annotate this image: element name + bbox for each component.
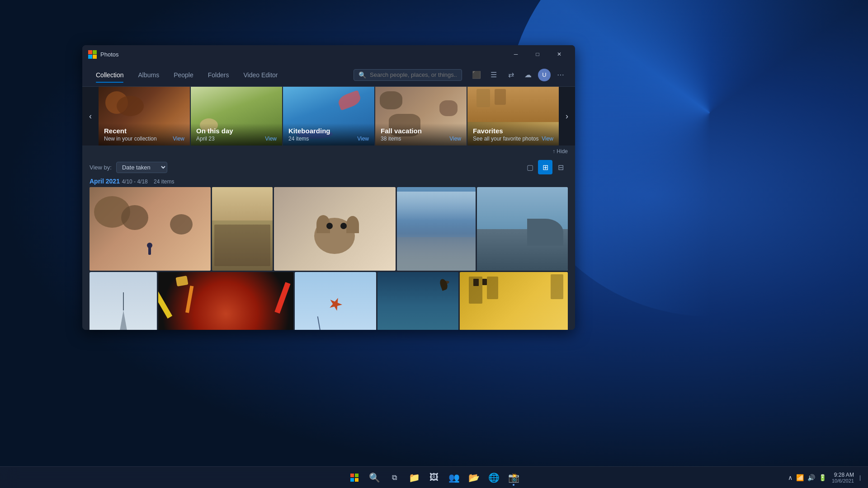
photo-ocean-cliff[interactable] xyxy=(477,187,568,271)
highlight-card-favorites[interactable]: Favorites See all your favorite photos V… xyxy=(467,87,559,145)
photo-grid-row2 xyxy=(90,272,568,330)
photo-dog[interactable] xyxy=(274,187,395,271)
sort-icon[interactable]: ⇄ xyxy=(504,68,518,82)
taskbar-files-icon: 📂 xyxy=(468,472,480,483)
close-button[interactable]: ✕ xyxy=(549,47,570,61)
view-by-select[interactable]: Date taken Date created Folder xyxy=(116,162,167,173)
photo-grid-row1 xyxy=(90,187,568,271)
maximize-button[interactable]: □ xyxy=(527,47,548,61)
photo-coastal-people[interactable] xyxy=(397,187,476,271)
card-title-thisday: On this day xyxy=(196,127,277,135)
taskbar-teams-button[interactable]: 👥 xyxy=(445,469,463,487)
highlight-strip: ‹ Recent New in your collection View xyxy=(82,87,575,145)
filter-icon[interactable]: ☰ xyxy=(486,68,501,82)
cloud-icon[interactable]: ☁ xyxy=(521,68,535,82)
taskbar-explorer-icon: 📁 xyxy=(409,472,420,483)
window-title: Photos xyxy=(100,51,505,58)
import-icon[interactable]: ⬛ xyxy=(469,68,484,82)
photos-app-window: Photos ─ □ ✕ Collection Albums People Fo… xyxy=(82,45,575,330)
section-meta: 4/10 - 4/18 24 items xyxy=(122,178,174,185)
view-by-bar: View by: Date taken Date created Folder … xyxy=(82,157,575,177)
taskbar-start-button[interactable] xyxy=(345,469,363,487)
card-view-favorites[interactable]: View xyxy=(542,136,553,142)
tab-video-editor[interactable]: Video Editor xyxy=(237,68,284,82)
taskbar-gallery-button[interactable]: 🖼 xyxy=(425,469,443,487)
svg-rect-1 xyxy=(93,50,97,54)
taskbar-date: 10/6/2021 xyxy=(832,478,854,483)
taskbar-center: 🔍 ⧉ 📁 🖼 👥 📂 🌐 📸 xyxy=(345,469,523,487)
taskbar-edge-icon: 🌐 xyxy=(488,472,500,483)
card-overlay-kiteboarding: Kiteboarding 24 items View xyxy=(283,123,374,145)
tab-people[interactable]: People xyxy=(167,68,200,82)
card-overlay-recent: Recent New in your collection View xyxy=(99,123,190,145)
view-mode-grid-button[interactable]: ⊞ xyxy=(538,160,552,174)
taskbar-files-button[interactable]: 📂 xyxy=(465,469,483,487)
svg-rect-4 xyxy=(350,474,354,477)
section-header: April 2021 4/10 - 4/18 24 items xyxy=(90,177,568,185)
section-date: April 2021 xyxy=(90,178,120,185)
highlight-card-thisday[interactable]: On this day April 23 View xyxy=(191,87,282,145)
card-overlay-fallvacation: Fall vacation 38 items View xyxy=(375,123,467,145)
card-view-recent[interactable]: View xyxy=(173,136,184,142)
view-mode-single-button[interactable]: ▢ xyxy=(523,160,537,174)
photo-kite-star[interactable] xyxy=(295,272,376,330)
highlight-card-fallvacation[interactable]: Fall vacation 38 items View xyxy=(375,87,467,145)
card-view-kiteboarding[interactable]: View xyxy=(357,136,369,142)
photo-paris-aerial[interactable] xyxy=(212,187,273,271)
card-overlay-thisday: On this day April 23 View xyxy=(191,123,282,145)
svg-rect-3 xyxy=(93,55,97,59)
taskbar-search-icon: 🔍 xyxy=(369,472,380,483)
view-mode-icons: ▢ ⊞ ⊟ xyxy=(523,160,568,174)
taskbar-edge-button[interactable]: 🌐 xyxy=(485,469,503,487)
taskbar-photos-button[interactable]: 📸 xyxy=(505,469,523,487)
highlight-next-button[interactable]: › xyxy=(559,87,575,145)
taskbar-explorer-button[interactable]: 📁 xyxy=(405,469,423,487)
photo-art-tools[interactable] xyxy=(158,272,293,330)
card-view-fallvacation[interactable]: View xyxy=(449,136,461,142)
title-bar: Photos ─ □ ✕ xyxy=(82,45,575,63)
photo-ocean-bird[interactable] xyxy=(377,272,458,330)
search-bar[interactable]: 🔍 xyxy=(354,69,462,81)
photo-eiffel[interactable] xyxy=(90,272,157,330)
hide-button[interactable]: ↑ Hide xyxy=(552,148,568,155)
taskbar-taskview-icon: ⧉ xyxy=(392,474,397,482)
search-input[interactable] xyxy=(370,71,457,78)
highlight-card-kiteboarding[interactable]: Kiteboarding 24 items View xyxy=(283,87,374,145)
avatar[interactable]: U xyxy=(538,69,551,81)
minimize-button[interactable]: ─ xyxy=(505,47,526,61)
svg-rect-0 xyxy=(88,50,92,54)
taskbar-search-button[interactable]: 🔍 xyxy=(365,469,383,487)
tab-albums[interactable]: Albums xyxy=(132,68,165,82)
card-overlay-favorites: Favorites See all your favorite photos V… xyxy=(467,123,559,145)
taskbar-battery-icon[interactable]: 🔋 xyxy=(819,474,826,481)
more-options-icon[interactable]: ⋯ xyxy=(553,68,568,82)
taskbar-gallery-icon: 🖼 xyxy=(429,472,439,483)
tab-collection[interactable]: Collection xyxy=(90,68,130,82)
photo-rocks-person[interactable] xyxy=(90,187,211,271)
taskbar-clock[interactable]: 9:28 AM 10/6/2021 xyxy=(832,472,854,483)
svg-rect-5 xyxy=(355,474,359,477)
tab-folders[interactable]: Folders xyxy=(202,68,236,82)
highlight-card-recent[interactable]: Recent New in your collection View xyxy=(99,87,190,145)
taskbar-show-desktop-icon[interactable]: | xyxy=(859,474,861,481)
photo-yellow-building[interactable] xyxy=(460,272,568,330)
start-icon xyxy=(350,473,359,482)
taskbar-network-icon[interactable]: 📶 xyxy=(796,474,804,481)
svg-rect-7 xyxy=(355,478,359,482)
nav-bar: Collection Albums People Folders Video E… xyxy=(82,63,575,87)
highlight-prev-button[interactable]: ‹ xyxy=(82,87,99,145)
card-title-recent: Recent xyxy=(104,127,184,135)
taskbar-task-view-button[interactable]: ⧉ xyxy=(385,469,403,487)
highlight-cards: Recent New in your collection View On th… xyxy=(99,87,559,145)
taskbar-chevron-icon[interactable]: ∧ xyxy=(788,474,793,481)
taskbar-teams-icon: 👥 xyxy=(448,472,460,483)
taskbar-right: ∧ 📶 🔊 🔋 9:28 AM 10/6/2021 | xyxy=(788,472,861,483)
taskbar-volume-icon[interactable]: 🔊 xyxy=(807,474,815,481)
taskbar: 🔍 ⧉ 📁 🖼 👥 📂 🌐 📸 ∧ 📶 🔊 🔋 xyxy=(0,466,868,488)
taskbar-photos-icon: 📸 xyxy=(508,472,519,483)
view-mode-small-button[interactable]: ⊟ xyxy=(553,160,568,174)
hide-row: ↑ Hide xyxy=(82,145,575,157)
taskbar-time: 9:28 AM xyxy=(832,472,854,478)
content-area: ‹ Recent New in your collection View xyxy=(82,87,575,330)
card-view-thisday[interactable]: View xyxy=(265,136,277,142)
